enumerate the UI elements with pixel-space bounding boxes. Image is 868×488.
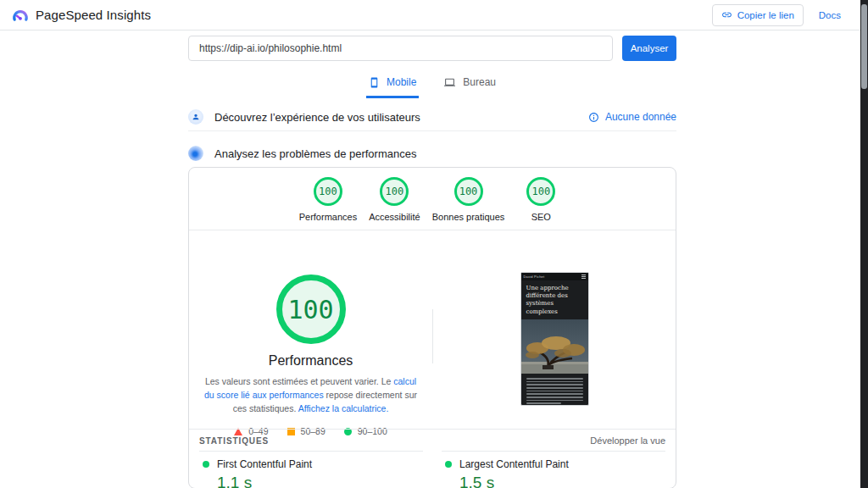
- gauge-label: Accessibilité: [369, 212, 420, 222]
- text-line: [526, 384, 583, 385]
- url-input[interactable]: [188, 36, 613, 61]
- statistics-title: STATISTIQUES: [199, 436, 269, 446]
- app-title: PageSpeed Insights: [36, 8, 151, 22]
- text-line: [526, 378, 583, 380]
- analyze-button[interactable]: Analyser: [622, 36, 676, 61]
- screenshot-panel: David Pichet Une approche différente des…: [433, 230, 676, 406]
- mobile-icon: [369, 77, 380, 88]
- text-line: [526, 387, 583, 389]
- gauge-bonnes-pratiques[interactable]: 100 Bonnes pratiques: [432, 177, 505, 222]
- score-circle: 100: [380, 177, 409, 206]
- metric-name: Largest Contentful Paint: [459, 458, 569, 470]
- calculator-link[interactable]: Affichez la calculatrice.: [298, 403, 389, 413]
- metric-name: First Contentful Paint: [217, 458, 312, 470]
- copy-link-button[interactable]: Copier le lien: [712, 4, 804, 26]
- diagnose-section: Analysez les problèmes de performances: [188, 141, 676, 166]
- user-experience-title: Découvrez l’expérience de vos utilisateu…: [214, 111, 420, 124]
- gauge-seo[interactable]: 100 SEO: [516, 177, 565, 222]
- metric-fcp: First Contentful Paint 1,1 s: [199, 451, 423, 488]
- report-card: 100 Performances 100 Accessibilité 100 B…: [188, 167, 676, 488]
- top-app-bar: PageSpeed Insights Copier le lien Docs: [0, 0, 868, 30]
- metric-value: 1,5 s: [459, 474, 665, 488]
- metric-value: 1,1 s: [217, 474, 423, 488]
- expand-view-link[interactable]: Développer la vue: [590, 435, 665, 446]
- page-screenshot-thumbnail[interactable]: David Pichet Une approche différente des…: [520, 272, 589, 406]
- no-data-label: Aucune donnée: [605, 111, 676, 123]
- screenshot-heading: Une approche différente des systèmes com…: [521, 280, 588, 319]
- desktop-icon: [443, 77, 456, 88]
- tab-mobile-label: Mobile: [387, 76, 416, 88]
- diagnose-title: Analysez les problèmes de performances: [214, 147, 416, 160]
- docs-link[interactable]: Docs: [819, 10, 841, 20]
- screenshot-site-brand: David Pichet: [524, 274, 545, 279]
- gauge-accessibilite[interactable]: 100 Accessibilité: [369, 177, 420, 222]
- tab-bureau-label: Bureau: [463, 76, 496, 88]
- green-dot-icon: [203, 461, 209, 468]
- no-data-status[interactable]: Aucune donnée: [588, 111, 676, 123]
- screenshot-header-bar: David Pichet: [521, 273, 588, 280]
- topbar-actions: Copier le lien Docs: [712, 4, 841, 26]
- metric-name-row: Largest Contentful Paint: [442, 458, 665, 470]
- performance-description: Les valeurs sont estimées et peuvent var…: [203, 375, 419, 415]
- statistics-header: STATISTIQUES Développer la vue: [189, 430, 676, 451]
- metrics-grid: First Contentful Paint 1,1 s Largest Con…: [189, 451, 676, 488]
- page-scrollbar[interactable]: [860, 0, 868, 488]
- speedometer-icon: [188, 146, 203, 161]
- user-experience-section: Découvrez l’expérience de vos utilisateu…: [188, 103, 676, 131]
- metric-lcp: Largest Contentful Paint 1,5 s: [442, 451, 665, 488]
- text-line: [526, 393, 583, 395]
- pagespeed-insights-app: PageSpeed Insights Copier le lien Docs A…: [0, 0, 868, 488]
- green-dot-icon: [445, 461, 452, 468]
- url-analyze-row: Analyser: [188, 36, 676, 61]
- performance-score-panel: 100 Performances Les valeurs sont estimé…: [189, 230, 432, 436]
- score-circle: 100: [314, 177, 342, 206]
- statistics-section: STATISTIQUES Développer la vue First Con…: [189, 429, 676, 488]
- brand[interactable]: PageSpeed Insights: [12, 8, 151, 22]
- performance-score-circle: 100: [276, 274, 346, 344]
- gauge-label: Bonnes pratiques: [432, 212, 505, 222]
- text-line: [526, 400, 583, 402]
- bonsai-tree-image: [521, 319, 588, 374]
- text-line: [526, 402, 562, 404]
- tab-bureau[interactable]: Bureau: [441, 70, 498, 98]
- device-tabs: Mobile Bureau: [188, 70, 676, 98]
- category-gauges: 100 Performances 100 Accessibilité 100 B…: [189, 168, 676, 222]
- metric-name-row: First Contentful Paint: [199, 458, 423, 470]
- main-content: Analyser Mobile Bureau: [188, 30, 676, 488]
- scrollbar-thumb[interactable]: [861, 4, 867, 89]
- description-text: Les valeurs sont estimées et peuvent var…: [205, 376, 393, 386]
- hamburger-menu-icon: [581, 274, 586, 279]
- performance-title: Performances: [189, 353, 432, 369]
- gauge-performances[interactable]: 100 Performances: [299, 177, 357, 222]
- gauge-label: SEO: [531, 212, 551, 222]
- users-icon: [188, 109, 203, 125]
- copy-link-label: Copier le lien: [737, 10, 794, 20]
- screenshot-body-text-skeleton: [521, 374, 588, 406]
- info-icon: [588, 112, 599, 123]
- gauge-label: Performances: [299, 212, 357, 222]
- link-icon: [721, 9, 732, 20]
- text-line: [526, 391, 583, 392]
- text-line: [526, 381, 583, 383]
- score-circle: 100: [526, 177, 555, 206]
- score-circle: 100: [454, 177, 483, 206]
- performance-overview: 100 Performances Les valeurs sont estimé…: [189, 230, 676, 429]
- pagespeed-logo-icon: [12, 8, 29, 22]
- tab-mobile[interactable]: Mobile: [366, 70, 419, 98]
- text-line: [526, 396, 583, 398]
